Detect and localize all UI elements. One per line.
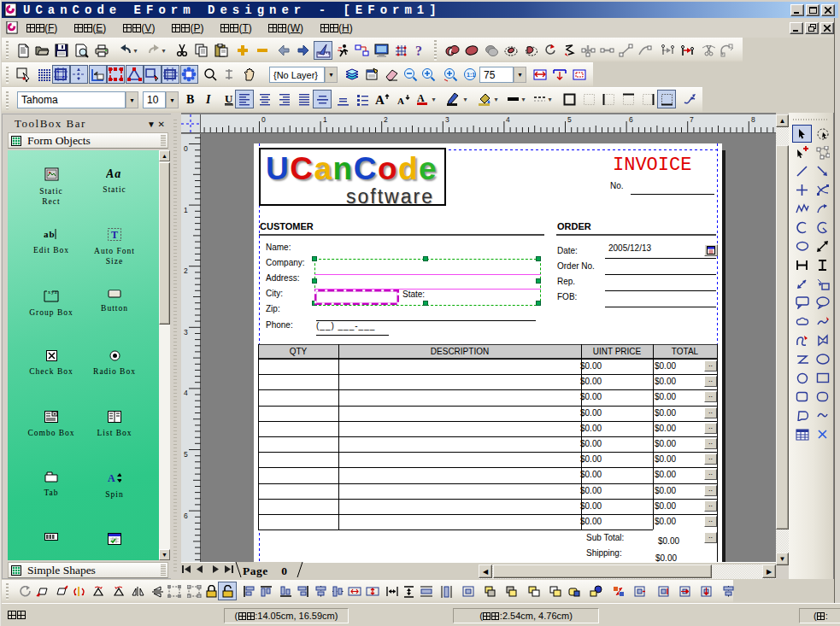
svg-text:0: 0 bbox=[261, 115, 266, 124]
svg-text:3: 3 bbox=[445, 115, 449, 124]
svg-text:8: 8 bbox=[751, 115, 755, 124]
svg-text:Aa: Aa bbox=[106, 167, 121, 179]
svg-text:A: A bbox=[397, 96, 404, 106]
svg-text:5: 5 bbox=[567, 115, 572, 124]
svg-text:3: 3 bbox=[184, 328, 188, 336]
svg-text:1: 1 bbox=[184, 206, 188, 214]
svg-text:I: I bbox=[205, 93, 211, 105]
svg-text:2: 2 bbox=[184, 266, 188, 275]
svg-text:4: 4 bbox=[506, 115, 510, 124]
svg-text:4: 4 bbox=[184, 389, 188, 397]
svg-text:6: 6 bbox=[184, 512, 188, 520]
svg-text:2: 2 bbox=[384, 115, 388, 124]
svg-text:ab: ab bbox=[44, 229, 56, 239]
svg-text:xyz: xyz bbox=[48, 290, 58, 295]
svg-text:0: 0 bbox=[184, 144, 188, 153]
svg-text:7: 7 bbox=[690, 115, 694, 124]
svg-text:B: B bbox=[186, 93, 194, 105]
svg-text:1: 1 bbox=[323, 115, 327, 124]
svg-text:T: T bbox=[111, 229, 119, 241]
svg-text:5: 5 bbox=[184, 450, 188, 459]
svg-text:A: A bbox=[417, 92, 425, 104]
svg-text:?: ? bbox=[415, 44, 422, 57]
svg-text:1:1: 1:1 bbox=[467, 72, 475, 78]
svg-text:A: A bbox=[108, 472, 116, 484]
svg-text:U: U bbox=[225, 93, 233, 105]
svg-text:6: 6 bbox=[629, 115, 633, 124]
svg-text:A: A bbox=[375, 93, 385, 106]
